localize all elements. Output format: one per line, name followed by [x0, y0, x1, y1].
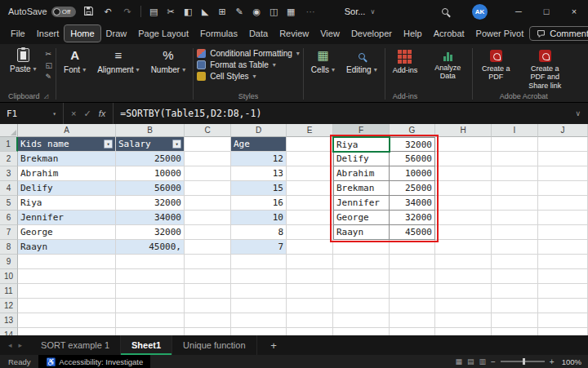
cell-i6[interactable]	[492, 211, 538, 225]
cell-e12[interactable]	[287, 299, 333, 313]
freeze-panes-icon[interactable]: ◫	[267, 7, 281, 17]
cell-h10[interactable]	[435, 269, 492, 284]
menu-tab-view[interactable]: View	[314, 25, 345, 42]
row-header-7[interactable]: 7	[0, 225, 18, 240]
cell-c9[interactable]	[185, 255, 231, 269]
cell-e8[interactable]	[287, 240, 333, 255]
cell-g6[interactable]: 32000	[390, 211, 435, 225]
row-header-4[interactable]: 4	[0, 181, 18, 196]
search-icon[interactable]	[438, 7, 452, 16]
cut-icon[interactable]: ✂	[46, 50, 53, 58]
comments-button[interactable]: Comments	[529, 26, 588, 41]
cell-g12[interactable]	[390, 299, 435, 313]
column-header-b[interactable]: B	[116, 124, 185, 137]
cell-h13[interactable]	[435, 313, 492, 328]
cell-e9[interactable]	[287, 255, 333, 269]
cell-e4[interactable]	[287, 181, 333, 196]
cell-c8[interactable]	[185, 240, 231, 255]
cell-a1[interactable]: Kids name▾	[18, 137, 116, 152]
cell-e13[interactable]	[287, 313, 333, 328]
font-group-button[interactable]: A Font▾	[60, 46, 90, 91]
alignment-group-button[interactable]: ≡ Alignment▾	[93, 46, 143, 91]
column-header-h[interactable]: H	[435, 124, 492, 137]
cell-b4[interactable]: 56000	[116, 181, 185, 196]
cell-e11[interactable]	[287, 284, 333, 299]
menu-tab-power-pivot[interactable]: Power Pivot	[470, 25, 530, 42]
cell-a6[interactable]: Jennifer	[18, 211, 116, 225]
cell-j6[interactable]	[538, 211, 588, 225]
select-all-corner[interactable]	[0, 124, 18, 137]
cell-b8[interactable]: 45000,	[116, 240, 185, 255]
cell-f4[interactable]: Brekman	[333, 181, 390, 196]
cell-i11[interactable]	[492, 284, 538, 299]
row-header-12[interactable]: 12	[0, 299, 18, 313]
cell-a4[interactable]: Delify	[18, 181, 116, 196]
row-header-11[interactable]: 11	[0, 284, 18, 299]
cell-a13[interactable]	[18, 313, 116, 328]
cell-j1[interactable]	[538, 137, 588, 152]
cell-c7[interactable]	[185, 225, 231, 240]
menu-tab-formulas[interactable]: Formulas	[194, 25, 243, 42]
cell-b6[interactable]: 34000	[116, 211, 185, 225]
cell-j14[interactable]	[538, 328, 588, 335]
menu-tab-help[interactable]: Help	[398, 25, 428, 42]
cell-g4[interactable]: 25000	[390, 181, 435, 196]
column-header-j[interactable]: J	[538, 124, 588, 137]
cell-d7[interactable]: 8	[231, 225, 287, 240]
zoom-slider[interactable]	[501, 361, 545, 362]
cell-h9[interactable]	[435, 255, 492, 269]
avatar[interactable]: AK	[472, 4, 488, 20]
cells-group-button[interactable]: ▦ Cells▾	[307, 46, 339, 91]
maximize-button[interactable]: □	[532, 0, 560, 23]
zoom-level[interactable]: 100%	[562, 357, 581, 366]
cell-f12[interactable]	[333, 299, 390, 313]
formula-input[interactable]: =SORTBY(Table15,D2:D8,-1)	[114, 108, 568, 119]
cell-i12[interactable]	[492, 299, 538, 313]
name-box[interactable]: F1 ▾	[0, 103, 64, 124]
cell-h7[interactable]	[435, 225, 492, 240]
format-painter-icon[interactable]: ✎	[46, 73, 53, 81]
menu-tab-home[interactable]: Home	[65, 25, 100, 42]
cell-b11[interactable]	[116, 284, 185, 299]
cell-g11[interactable]	[390, 284, 435, 299]
cell-e10[interactable]	[287, 269, 333, 284]
add-ins-button[interactable]: Add-ins	[389, 46, 422, 91]
create-pdf-button[interactable]: Create a PDF	[476, 46, 515, 91]
cell-b7[interactable]: 32000	[116, 225, 185, 240]
cell-d4[interactable]: 15	[231, 181, 287, 196]
cell-a14[interactable]	[18, 328, 116, 335]
cell-h14[interactable]	[435, 328, 492, 335]
menu-tab-draw[interactable]: Draw	[100, 25, 133, 42]
document-title[interactable]: Sor... ∨	[345, 7, 376, 16]
eraser-icon[interactable]: ◣	[198, 7, 212, 17]
cell-g9[interactable]	[390, 255, 435, 269]
cell-d1[interactable]: Age	[231, 137, 287, 152]
cell-j7[interactable]	[538, 225, 588, 240]
cell-c13[interactable]	[185, 313, 231, 328]
cell-f9[interactable]	[333, 255, 390, 269]
row-header-6[interactable]: 6	[0, 211, 18, 225]
column-header-d[interactable]: D	[231, 124, 287, 137]
save-icon[interactable]	[82, 6, 96, 18]
page-break-view-icon[interactable]: ▥	[479, 357, 486, 366]
cell-i2[interactable]	[492, 152, 538, 166]
sheet-tab-unique-function[interactable]: Unique function	[172, 335, 256, 355]
cell-f1[interactable]: Riya	[333, 137, 390, 152]
cell-h6[interactable]	[435, 211, 492, 225]
cell-g14[interactable]	[390, 328, 435, 335]
close-button[interactable]: ×	[560, 0, 588, 23]
normal-view-icon[interactable]: ▦	[455, 357, 462, 366]
menu-tab-file[interactable]: File	[5, 25, 31, 42]
cell-a9[interactable]	[18, 255, 116, 269]
menu-tab-data[interactable]: Data	[243, 25, 274, 42]
row-header-9[interactable]: 9	[0, 255, 18, 269]
cell-b9[interactable]	[116, 255, 185, 269]
cell-j9[interactable]	[538, 255, 588, 269]
cell-a2[interactable]: Brekman	[18, 152, 116, 166]
table-icon[interactable]: ⊞	[216, 7, 229, 17]
row-header-5[interactable]: 5	[0, 196, 18, 211]
cell-j5[interactable]	[538, 196, 588, 211]
row-header-8[interactable]: 8	[0, 240, 18, 255]
filter-dropdown-icon[interactable]: ▾	[104, 140, 113, 149]
cell-i13[interactable]	[492, 313, 538, 328]
